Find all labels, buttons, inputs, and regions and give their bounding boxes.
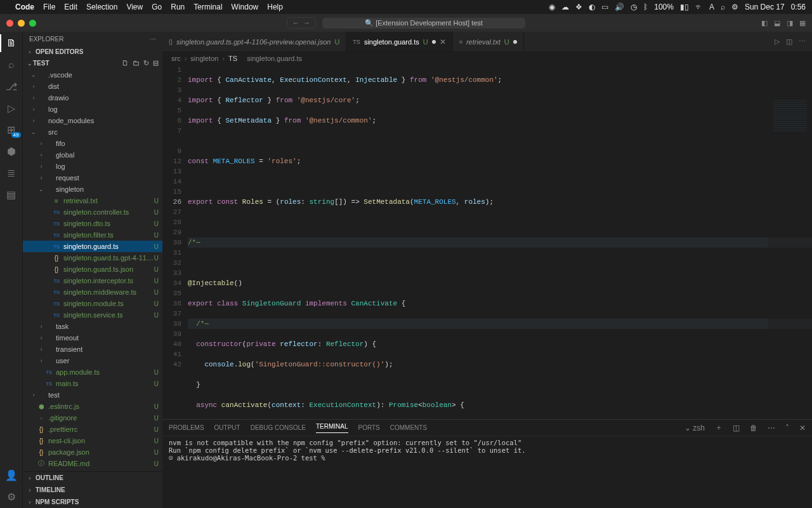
control-center-icon[interactable]: ⚙: [731, 3, 738, 11]
file-item[interactable]: TSsingleton.controller.tsU: [23, 206, 162, 218]
minimap[interactable]: [768, 98, 812, 330]
file-item[interactable]: {}singleton.guard.ts.jsonU: [23, 264, 162, 275]
battery-icon[interactable]: ▮▯: [680, 3, 689, 11]
wifi-icon[interactable]: ᯤ: [695, 3, 703, 11]
close-panel-icon[interactable]: ✕: [799, 424, 806, 432]
file-item[interactable]: TSsingleton.interceptor.tsU: [23, 275, 162, 286]
source-control-icon[interactable]: ⎇: [5, 80, 18, 93]
explorer-icon[interactable]: 🗎: [5, 37, 18, 50]
layout-custom-icon[interactable]: ▦: [799, 19, 806, 27]
search-panel-icon[interactable]: ⌕: [5, 58, 18, 71]
editor-tab[interactable]: {}singleton.guard.ts.gpt-4-1106-preview.…: [162, 32, 346, 51]
file-item[interactable]: TSmain.tsU: [23, 378, 162, 389]
panel-tab[interactable]: OUTPUT: [214, 424, 240, 431]
folder-item[interactable]: ⌄singleton: [23, 184, 162, 195]
display-icon[interactable]: ▭: [601, 3, 608, 11]
file-item[interactable]: TSapp.module.tsU: [23, 366, 162, 378]
ext-icon[interactable]: ▤: [5, 188, 18, 201]
command-center[interactable]: 🔍 [Extension Development Host] test: [322, 18, 525, 29]
panel-tab[interactable]: TERMINAL: [316, 423, 348, 433]
menu-terminal[interactable]: Terminal: [193, 3, 222, 11]
file-item[interactable]: TSsingleton.dto.tsU: [23, 218, 162, 229]
file-item[interactable]: TSsingleton.middleware.tsU: [23, 286, 162, 298]
account-icon[interactable]: 👤: [5, 469, 18, 481]
npm-section[interactable]: ›NPM SCRIPTS: [23, 496, 162, 508]
code-content[interactable]: import { CanActivate, ExecutionContext, …: [188, 65, 812, 419]
panel-tab[interactable]: DEBUG CONSOLE: [251, 424, 306, 431]
more-icon[interactable]: ⋯: [150, 36, 156, 43]
menu-go[interactable]: Go: [152, 3, 162, 11]
menu-view[interactable]: View: [126, 3, 143, 11]
more-actions-icon[interactable]: ⋯: [799, 37, 806, 46]
kill-terminal-icon[interactable]: 🗑: [750, 424, 757, 432]
tray-icon-2[interactable]: ❖: [575, 3, 582, 11]
add-terminal-icon[interactable]: ＋: [715, 422, 723, 433]
search-icon[interactable]: ⌕: [721, 3, 725, 11]
db-icon[interactable]: ≣: [5, 166, 18, 179]
folder-item[interactable]: ›transient: [23, 344, 162, 355]
file-item[interactable]: TSsingleton.service.tsU: [23, 309, 162, 321]
more-terminal-icon[interactable]: ⋯: [768, 424, 775, 432]
menubar-time[interactable]: 0:56: [791, 3, 806, 11]
terminal-shell-label[interactable]: ⌄ zsh: [684, 424, 705, 432]
folder-item[interactable]: ›fifo: [23, 138, 162, 149]
menu-window[interactable]: Window: [232, 3, 259, 11]
timeline-section[interactable]: ›TIMELINE: [23, 484, 162, 496]
menu-help[interactable]: Help: [267, 3, 283, 11]
file-item[interactable]: {}nest-cli.jsonU: [23, 435, 162, 446]
clock-icon[interactable]: ◷: [631, 3, 637, 11]
folder-item[interactable]: ›timeout: [23, 332, 162, 344]
zoom-window-button[interactable]: [29, 20, 36, 27]
folder-item[interactable]: ›test: [23, 389, 162, 401]
breadcrumb[interactable]: src› singleton› TS singleton.guard.ts: [162, 52, 812, 65]
extensions-icon[interactable]: ⊞49: [5, 123, 18, 136]
menubar-date[interactable]: Sun Dec 17: [745, 3, 785, 11]
panel-tab[interactable]: PORTS: [358, 424, 380, 431]
file-item[interactable]: ≡retrieval.txtU: [23, 195, 162, 206]
layout-right-icon[interactable]: ◨: [787, 19, 793, 27]
folder-item[interactable]: ›task: [23, 321, 162, 332]
bluetooth-icon[interactable]: ᛒ: [643, 3, 648, 11]
folder-item[interactable]: ⌄.vscode: [23, 69, 162, 81]
app-name[interactable]: Code: [15, 3, 34, 11]
forward-icon[interactable]: →: [303, 19, 310, 27]
outline-section[interactable]: ›OUTLINE: [23, 472, 162, 484]
minimize-window-button[interactable]: [18, 20, 25, 27]
editor-tab[interactable]: TSsingleton.guard.tsU✕: [346, 32, 452, 51]
terminal-output[interactable]: nvm is not compatible with the npm confi…: [162, 436, 812, 508]
layout-left-icon[interactable]: ◧: [761, 19, 768, 27]
panel-tab[interactable]: PROBLEMS: [169, 424, 204, 431]
editor-tab[interactable]: ≡retrieval.txtU: [453, 32, 524, 51]
folder-item[interactable]: ›global: [23, 149, 162, 161]
run-debug-icon[interactable]: ▷: [5, 102, 18, 114]
maximize-panel-icon[interactable]: ˄: [785, 424, 789, 432]
menu-edit[interactable]: Edit: [64, 3, 77, 11]
layout-bottom-icon[interactable]: ⬓: [774, 19, 780, 27]
file-item[interactable]: TSsingleton.guard.tsU: [23, 241, 162, 252]
battery-label[interactable]: 100%: [654, 3, 674, 11]
folder-item[interactable]: ›dist: [23, 81, 162, 92]
file-item[interactable]: {}.prettierrcU: [23, 424, 162, 435]
split-terminal-icon[interactable]: ◫: [733, 424, 740, 432]
refresh-icon[interactable]: ↻: [143, 59, 149, 67]
run-icon[interactable]: ▷: [775, 37, 780, 46]
panel-tab[interactable]: COMMENTS: [390, 424, 427, 431]
split-editor-icon[interactable]: ◫: [786, 37, 792, 46]
folder-item[interactable]: ›log: [23, 161, 162, 172]
input-icon[interactable]: A: [709, 3, 714, 11]
folder-item[interactable]: ›log: [23, 104, 162, 115]
collapse-icon[interactable]: ⊟: [153, 59, 159, 67]
file-item[interactable]: ⓘREADME.mdU: [23, 458, 162, 469]
folder-item[interactable]: ⌄src: [23, 126, 162, 138]
project-section[interactable]: ⌄TEST 🗋 🗀 ↻ ⊟: [23, 57, 162, 69]
folder-item[interactable]: ›drawio: [23, 92, 162, 104]
record-icon[interactable]: ◉: [549, 3, 555, 11]
volume-icon[interactable]: 🔊: [615, 3, 624, 11]
file-item[interactable]: TSsingleton.module.tsU: [23, 298, 162, 309]
docker-icon[interactable]: ⬢: [5, 145, 18, 157]
new-folder-icon[interactable]: 🗀: [133, 59, 140, 67]
tray-icon[interactable]: ☁: [561, 3, 569, 11]
nav-arrows[interactable]: ←→: [287, 17, 316, 29]
folder-item[interactable]: ›node_modules: [23, 115, 162, 126]
file-item[interactable]: ⬢.eslintrc.jsU: [23, 401, 162, 412]
